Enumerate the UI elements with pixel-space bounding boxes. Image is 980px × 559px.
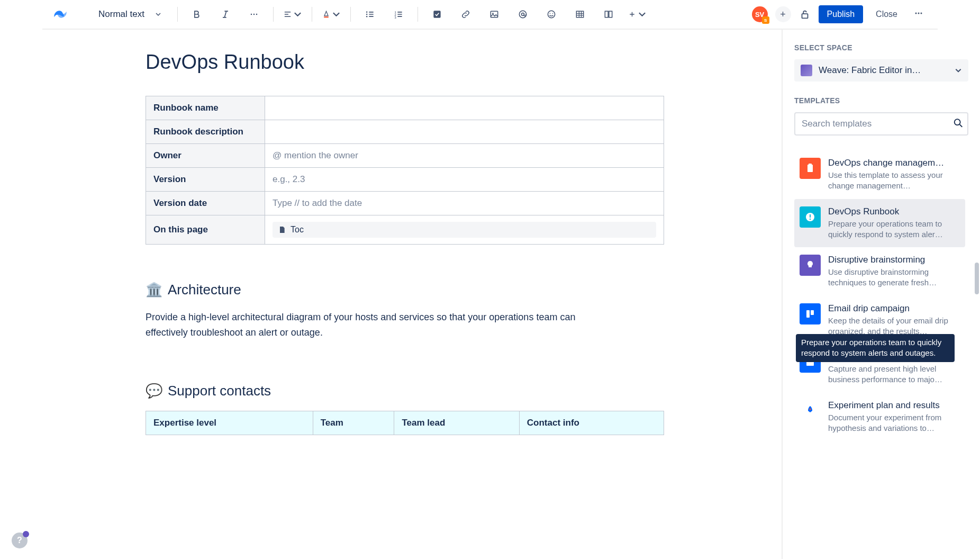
svg-rect-32 <box>811 310 814 315</box>
user-avatar[interactable]: SV S <box>752 6 768 22</box>
more-actions-button[interactable] <box>910 5 927 24</box>
document-icon <box>278 226 286 234</box>
column-header[interactable]: Expertise level <box>146 411 313 435</box>
meta-label[interactable]: Owner <box>146 144 265 168</box>
svg-point-6 <box>366 16 368 17</box>
template-title: Experiment plan and results <box>828 400 960 411</box>
meta-label[interactable]: Runbook description <box>146 120 265 144</box>
template-tooltip: Prepare your operations team to quickly … <box>796 334 955 362</box>
template-item[interactable]: Disruptive brainstormingUse disruptive b… <box>794 247 965 296</box>
template-list: DevOps change managem…Use this template … <box>794 150 968 441</box>
meta-label[interactable]: Runbook name <box>146 96 265 120</box>
chevron-down-icon <box>955 67 962 74</box>
svg-rect-21 <box>802 14 807 18</box>
publish-button[interactable]: Publish <box>819 5 863 23</box>
meta-label[interactable]: Version <box>146 168 265 192</box>
meta-value[interactable]: Toc <box>265 215 664 245</box>
template-desc: Prepare your operations team to quickly … <box>828 219 960 240</box>
architecture-heading[interactable]: 🏛️ Architecture <box>146 282 664 298</box>
select-space-label: SELECT SPACE <box>794 43 968 52</box>
layouts-button[interactable] <box>599 5 618 24</box>
template-icon <box>800 400 821 421</box>
svg-point-16 <box>550 13 551 14</box>
column-header[interactable]: Team lead <box>394 411 519 435</box>
support-contacts-heading[interactable]: 💬 Support contacts <box>146 383 664 399</box>
invite-button[interactable]: + <box>775 6 791 22</box>
svg-rect-3 <box>324 16 329 17</box>
avatar-badge: S <box>762 16 769 24</box>
architecture-body[interactable]: Provide a high-level architectural diagr… <box>146 310 611 340</box>
metadata-table: Runbook name Runbook description Owner@ … <box>146 96 664 245</box>
template-item[interactable]: Experiment plan and resultsDocument your… <box>794 393 965 441</box>
template-search-input[interactable] <box>794 112 968 136</box>
bullet-list-button[interactable] <box>360 5 379 24</box>
text-color-button[interactable] <box>322 5 341 24</box>
svg-point-35 <box>810 408 811 410</box>
template-desc: Capture and present high level business … <box>828 364 960 385</box>
link-button[interactable] <box>456 5 475 24</box>
restrictions-button[interactable] <box>798 8 811 21</box>
meta-label[interactable]: Version date <box>146 192 265 215</box>
meta-value[interactable] <box>265 120 664 144</box>
svg-point-1 <box>253 14 255 15</box>
template-desc: Document your experiment from hypothesis… <box>828 412 960 434</box>
svg-point-15 <box>548 11 555 17</box>
scrollbar-thumb[interactable] <box>975 263 979 294</box>
space-icon <box>801 65 812 76</box>
more-formatting-button[interactable] <box>244 5 264 24</box>
column-header[interactable]: Contact info <box>519 411 664 435</box>
chevron-down-icon <box>155 11 161 17</box>
svg-rect-18 <box>576 11 583 17</box>
template-item[interactable]: DevOps RunbookPrepare your operations te… <box>794 199 965 248</box>
meta-value[interactable]: @ mention the owner <box>265 144 664 168</box>
table-button[interactable] <box>570 5 589 24</box>
template-title: DevOps change managem… <box>828 158 960 168</box>
svg-point-13 <box>519 11 526 17</box>
svg-rect-11 <box>491 11 497 17</box>
template-desc: Use disruptive brainstorming techniques … <box>828 267 960 288</box>
page-title[interactable]: DevOps Runbook <box>146 51 664 74</box>
svg-point-22 <box>915 13 917 14</box>
bold-button[interactable] <box>187 5 206 24</box>
svg-point-30 <box>810 218 811 220</box>
template-desc: Keep the details of your email drip orga… <box>828 315 960 337</box>
svg-rect-31 <box>806 310 810 318</box>
editor-toolbar: Normal text 123 SV <box>42 0 938 30</box>
text-style-dropdown[interactable]: Normal text <box>98 9 168 20</box>
svg-rect-20 <box>609 11 612 17</box>
svg-rect-27 <box>809 164 812 166</box>
meta-value[interactable]: e.g., 2.3 <box>265 168 664 192</box>
emoji-button[interactable] <box>542 5 561 24</box>
template-item[interactable]: DevOps change managem…Use this template … <box>794 150 965 199</box>
speech-bubble-icon: 💬 <box>146 383 162 399</box>
align-button[interactable] <box>283 5 302 24</box>
mention-button[interactable] <box>513 5 532 24</box>
svg-rect-19 <box>605 11 608 17</box>
space-selector[interactable]: Weave: Fabric Editor in… <box>794 59 968 82</box>
column-header[interactable]: Team <box>313 411 394 435</box>
action-item-button[interactable] <box>428 5 447 24</box>
insert-button[interactable] <box>628 5 647 24</box>
meta-label[interactable]: On this page <box>146 215 265 245</box>
template-desc: Use this template to assess your change … <box>828 170 960 192</box>
templates-label: TEMPLATES <box>794 96 968 105</box>
toc-macro[interactable]: Toc <box>273 222 656 238</box>
svg-point-2 <box>256 14 258 15</box>
template-title: Email drip campaign <box>828 303 960 314</box>
image-button[interactable] <box>485 5 504 24</box>
help-button[interactable]: ? <box>12 533 28 548</box>
numbered-list-button[interactable]: 123 <box>389 5 408 24</box>
meta-value[interactable]: Type // to add the date <box>265 192 664 215</box>
svg-point-25 <box>955 119 960 125</box>
svg-text:3: 3 <box>394 16 396 19</box>
meta-value[interactable] <box>265 96 664 120</box>
close-button[interactable]: Close <box>870 5 903 23</box>
svg-rect-10 <box>433 11 440 17</box>
template-icon <box>800 206 821 228</box>
template-icon <box>800 303 821 324</box>
search-button[interactable] <box>952 118 964 131</box>
svg-point-24 <box>921 13 922 14</box>
templates-sidebar: SELECT SPACE Weave: Fabric Editor in… TE… <box>782 30 980 559</box>
italic-button[interactable] <box>216 5 235 24</box>
editor-canvas[interactable]: DevOps Runbook Runbook name Runbook desc… <box>0 30 782 559</box>
